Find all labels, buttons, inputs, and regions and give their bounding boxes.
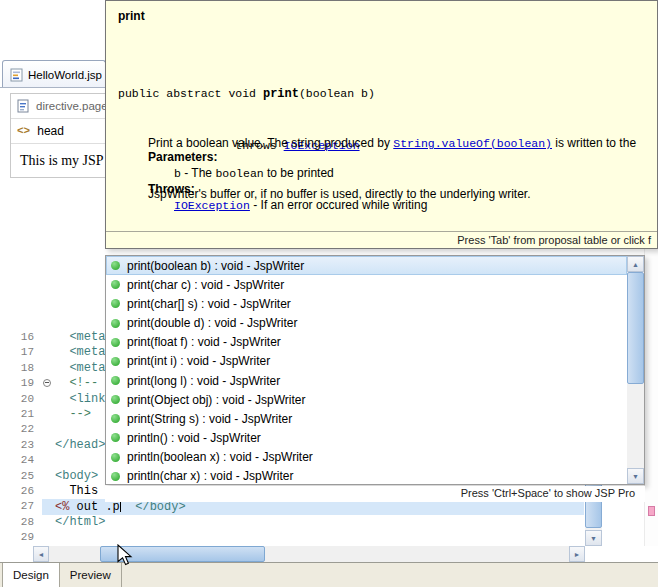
text-segment: print xyxy=(263,87,299,101)
proposal-item[interactable]: print(double d) : void - JspWriter xyxy=(106,313,627,332)
annotation-marker[interactable] xyxy=(648,506,655,516)
line-number: 16 xyxy=(0,330,42,345)
proposal-item[interactable]: print(String s) : void - JspWriter xyxy=(106,409,627,428)
text-segment: </head> xyxy=(55,438,105,452)
proposal-label: println() : void - JspWriter xyxy=(127,431,261,445)
head-label: head xyxy=(37,124,64,138)
proposal-label: print(char[] s) : void - JspWriter xyxy=(127,297,291,311)
fold-column xyxy=(42,422,55,437)
text-segment: is written to the xyxy=(552,136,636,150)
fold-column xyxy=(42,345,55,360)
line-number: 20 xyxy=(0,392,42,407)
scroll-right-icon[interactable]: ► xyxy=(569,546,585,562)
text-segment xyxy=(55,484,69,498)
text-segment: boolean xyxy=(215,167,263,180)
fold-column xyxy=(42,469,55,484)
tab-design[interactable]: Design xyxy=(2,563,60,587)
proposal-item[interactable]: println(boolean x) : void - JspWriter xyxy=(106,448,627,467)
public-method-icon xyxy=(111,261,120,270)
javadoc-footer-hint: Press 'Tab' from proposal table or click… xyxy=(106,231,657,248)
proposal-item[interactable]: print(long l) : void - JspWriter xyxy=(106,371,627,390)
proposal-item[interactable]: print(int i) : void - JspWriter xyxy=(106,352,627,371)
doc-link[interactable]: String.valueOf(boolean) xyxy=(393,137,552,150)
content-assist-hint: Press 'Ctrl+Space' to show JSP Pro xyxy=(105,486,645,502)
fold-column xyxy=(42,499,55,514)
text-segment xyxy=(55,330,69,344)
proposal-label: print(Object obj) : void - JspWriter xyxy=(127,393,306,407)
proposal-scroll-thumb[interactable] xyxy=(627,272,644,384)
scroll-left-icon[interactable]: ◄ xyxy=(33,546,49,562)
proposal-item[interactable]: print(Object obj) : void - JspWriter xyxy=(106,390,627,409)
fold-column xyxy=(42,361,55,376)
code-line[interactable]: 28 </html> xyxy=(0,515,585,530)
public-method-icon xyxy=(111,319,120,328)
proposal-item[interactable]: print(float f) : void - JspWriter xyxy=(106,333,627,352)
throws-line: IOException - If an error occured while … xyxy=(174,198,427,212)
scroll-down-icon[interactable]: ▼ xyxy=(585,530,602,546)
fold-column xyxy=(42,530,55,545)
javadoc-title: print xyxy=(118,9,145,23)
line-number: 21 xyxy=(0,407,42,422)
proposal-label: print(char c) : void - JspWriter xyxy=(127,278,284,292)
line-number: 19 xyxy=(0,376,42,391)
line-number: 26 xyxy=(0,484,42,499)
parameter-line: b - The boolean to be printed xyxy=(174,166,334,180)
proposal-label: print(double d) : void - JspWriter xyxy=(127,316,298,330)
proposal-item[interactable]: print(char c) : void - JspWriter xyxy=(106,275,627,294)
line-number: 24 xyxy=(0,453,42,468)
public-method-icon xyxy=(111,472,120,481)
public-method-icon xyxy=(111,357,120,366)
horizontal-scrollbar[interactable]: ◄ ► xyxy=(33,546,585,562)
doc-link[interactable]: IOException xyxy=(174,199,250,212)
proposal-item[interactable]: print(char[] s) : void - JspWriter xyxy=(106,294,627,313)
line-number: 18 xyxy=(0,361,42,376)
text-segment: <link xyxy=(69,392,105,406)
text-segment: (boolean b) xyxy=(299,87,375,100)
proposal-label: print(int i) : void - JspWriter xyxy=(127,354,270,368)
text-segment: <meta xyxy=(69,345,105,359)
public-method-icon xyxy=(111,338,120,347)
text-segment xyxy=(55,392,69,406)
proposal-list: print(boolean b) : void - JspWriter prin… xyxy=(106,256,644,485)
fold-column xyxy=(42,376,55,391)
text-segment: b xyxy=(174,167,181,180)
text-segment xyxy=(55,361,69,375)
text-segment: - If an error occured while writing xyxy=(250,198,427,212)
page-tabs-bar: Design Preview xyxy=(0,562,658,587)
text-segment xyxy=(55,376,69,390)
design-body-text: This is my JSP xyxy=(20,153,104,169)
fold-column xyxy=(42,438,55,453)
javadoc-popup: print public abstract void print(boolean… xyxy=(105,0,658,249)
proposal-item[interactable]: print(boolean b) : void - JspWriter xyxy=(106,256,627,275)
text-segment: out .p xyxy=(69,500,119,514)
code-line[interactable]: 29 xyxy=(0,530,585,545)
line-number: 23 xyxy=(0,438,42,453)
public-method-icon xyxy=(111,299,120,308)
text-segment: <body> xyxy=(55,469,98,483)
description-line: Print a boolean value. The string produc… xyxy=(148,135,636,152)
text-segment: <!-- xyxy=(69,376,98,390)
fold-column xyxy=(42,407,55,422)
scroll-up-icon[interactable]: ▲ xyxy=(627,256,644,272)
proposal-scrollbar[interactable]: ▲ ▼ xyxy=(627,256,644,484)
parameters-heading: Parameters: xyxy=(148,150,217,164)
tab-preview[interactable]: Preview xyxy=(60,563,122,587)
line-number: 28 xyxy=(0,515,42,530)
fold-column xyxy=(42,515,55,530)
text-segment: <meta xyxy=(69,361,105,375)
directive-label: directive.page xyxy=(36,100,108,112)
scroll-down-icon[interactable]: ▼ xyxy=(627,468,644,484)
throws-heading: Throws: xyxy=(148,182,195,196)
text-segment: </html> xyxy=(55,515,105,529)
fold-collapse-icon[interactable] xyxy=(43,379,51,387)
proposal-item[interactable]: println(char x) : void - JspWriter xyxy=(106,467,627,485)
public-method-icon xyxy=(111,433,120,442)
line-number: 27 xyxy=(0,499,42,514)
proposal-item[interactable]: println() : void - JspWriter xyxy=(106,428,627,447)
line-number: 22 xyxy=(0,422,42,437)
editor-tab-helloworld[interactable]: HelloWorld.jsp xyxy=(2,60,106,88)
proposal-label: println(boolean x) : void - JspWriter xyxy=(127,450,313,464)
xml-element-icon: <> xyxy=(17,125,30,137)
text-segment: - The xyxy=(181,166,215,180)
text-segment xyxy=(55,407,69,421)
